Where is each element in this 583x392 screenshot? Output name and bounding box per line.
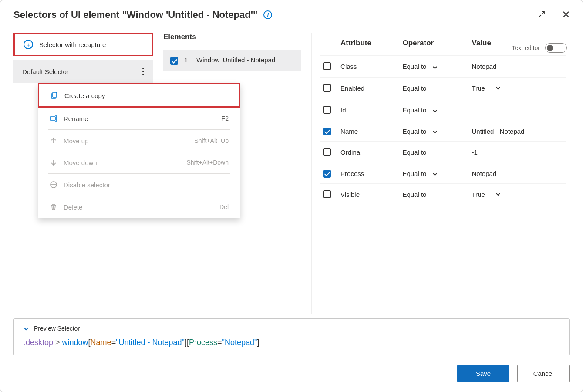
attr-checkbox[interactable] [323, 62, 331, 70]
attribute-row: ClassEqual toNotepad [320, 56, 566, 78]
code-token: "Untitled - Notepad" [116, 338, 185, 347]
value-cell[interactable]: Notepad [468, 163, 566, 184]
arrow-down-icon [50, 159, 57, 166]
code-token: = [217, 338, 222, 347]
operator-cell[interactable]: Equal to [402, 128, 465, 135]
menu-moveup-label: Move up [64, 137, 89, 145]
preview-code: :desktop > window[Name="Untitled - Notep… [24, 338, 559, 347]
moveup-shortcut: Shift+Alt+Up [194, 137, 229, 144]
attr-checkbox[interactable] [323, 148, 331, 156]
attribute-row: OrdinalEqual to-1 [320, 142, 566, 163]
selector-builder-dialog: Selectors of UI element "Window 'Untitle… [0, 0, 583, 392]
value-cell[interactable]: True [468, 78, 566, 99]
menu-disable-label: Disable selector [64, 181, 110, 189]
preview-toggle[interactable]: Preview Selector [24, 325, 559, 332]
operator-cell[interactable]: Equal to [402, 106, 465, 114]
chevron-down-icon[interactable] [432, 171, 438, 176]
elements-heading: Elements [163, 33, 301, 41]
svg-rect-0 [53, 92, 57, 97]
element-row[interactable]: 1Window 'Untitled - Notepad' [163, 50, 301, 71]
right-column: Attribute Operator Value ClassEqual toNo… [311, 33, 570, 314]
code-token: ] [257, 338, 259, 347]
operator-cell[interactable]: Equal to [402, 170, 465, 177]
selector-context-menu: Create a copy Rename F2 [38, 83, 240, 218]
chevron-down-icon[interactable] [495, 84, 501, 92]
col-operator: Operator [399, 33, 468, 56]
menu-delete-label: Delete [64, 203, 82, 211]
menu-copy-label: Create a copy [64, 92, 105, 99]
copy-icon [51, 91, 58, 99]
element-index: 1 [184, 56, 190, 64]
element-name: Window 'Untitled - Notepad' [196, 56, 276, 64]
value-cell[interactable]: Untitled - Notepad [468, 121, 566, 142]
code-token: Process [189, 338, 217, 347]
attribute-table: Attribute Operator Value ClassEqual toNo… [320, 33, 566, 205]
attr-checkbox[interactable] [323, 84, 331, 92]
attr-checkbox[interactable] [323, 106, 331, 114]
rename-shortcut: F2 [222, 115, 229, 122]
attr-name: Process [337, 163, 399, 184]
attr-name: Enabled [337, 78, 399, 99]
selector-with-recapture-button[interactable]: + Selector with recapture [13, 33, 153, 56]
attribute-row: NameEqual toUntitled - Notepad [320, 121, 566, 142]
element-checkbox[interactable] [170, 57, 178, 65]
svg-rect-1 [50, 117, 55, 120]
disable-icon [50, 181, 57, 189]
chevron-down-icon[interactable] [432, 108, 438, 113]
operator-cell[interactable]: Equal to [402, 84, 465, 92]
menu-movedown-label: Move down [64, 159, 97, 166]
operator-cell[interactable]: Equal to [402, 149, 465, 156]
col-attribute: Attribute [337, 33, 399, 56]
save-button[interactable]: Save [457, 365, 509, 382]
delete-shortcut: Del [219, 203, 229, 210]
chevron-down-icon [24, 326, 29, 331]
menu-disable-selector: Disable selector [38, 174, 240, 196]
menu-rename[interactable]: Rename F2 [38, 108, 240, 129]
dialog-header: Selectors of UI element "Window 'Untitle… [13, 9, 570, 20]
cancel-button[interactable]: Cancel [517, 365, 570, 382]
expand-icon[interactable] [538, 11, 545, 19]
elements-list: 1Window 'Untitled - Notepad' [163, 50, 301, 71]
default-selector-item[interactable]: Default Selector [13, 60, 153, 83]
attr-checkbox[interactable] [323, 190, 331, 198]
default-selector-label: Default Selector [22, 68, 69, 75]
menu-move-down: Move down Shift+Alt+Down [38, 152, 240, 173]
code-token: > [53, 338, 62, 347]
text-editor-toggle[interactable] [545, 43, 567, 53]
code-token: Name [91, 338, 111, 347]
attr-name: Class [337, 56, 399, 78]
code-token: window [62, 338, 88, 347]
menu-rename-label: Rename [64, 115, 88, 122]
chevron-down-icon[interactable] [432, 128, 438, 134]
trash-icon [50, 203, 57, 211]
attr-checkbox[interactable] [323, 128, 331, 135]
attr-name: Visible [337, 184, 399, 206]
attr-checkbox[interactable] [323, 170, 331, 178]
value-cell[interactable]: -1 [468, 142, 566, 163]
code-token: :desktop [24, 338, 53, 347]
operator-cell[interactable]: Equal to [402, 191, 465, 198]
close-icon[interactable] [563, 11, 570, 19]
dialog-title: Selectors of UI element "Window 'Untitle… [13, 9, 257, 20]
attr-name: Ordinal [337, 142, 399, 163]
attribute-row: EnabledEqual toTrue [320, 78, 566, 99]
preview-label: Preview Selector [34, 325, 80, 332]
menu-move-up: Move up Shift+Alt+Up [38, 130, 240, 152]
more-vertical-icon[interactable] [142, 68, 144, 75]
info-icon[interactable]: i [263, 10, 272, 19]
code-token: "Notepad" [222, 338, 257, 347]
plus-circle-icon: + [24, 40, 33, 49]
header-actions [538, 11, 570, 19]
value-cell[interactable] [468, 99, 566, 121]
value-cell[interactable]: Notepad [468, 56, 566, 78]
chevron-down-icon[interactable] [432, 64, 438, 69]
chevron-down-icon[interactable] [495, 191, 501, 198]
attribute-row: ProcessEqual toNotepad [320, 163, 566, 184]
arrow-up-icon [50, 137, 57, 145]
value-cell[interactable]: True [468, 184, 566, 206]
attr-name: Id [337, 99, 399, 121]
operator-cell[interactable]: Equal to [402, 63, 465, 70]
text-editor-label: Text editor [512, 44, 540, 51]
menu-create-copy[interactable]: Create a copy [38, 83, 240, 108]
code-token: = [111, 338, 116, 347]
